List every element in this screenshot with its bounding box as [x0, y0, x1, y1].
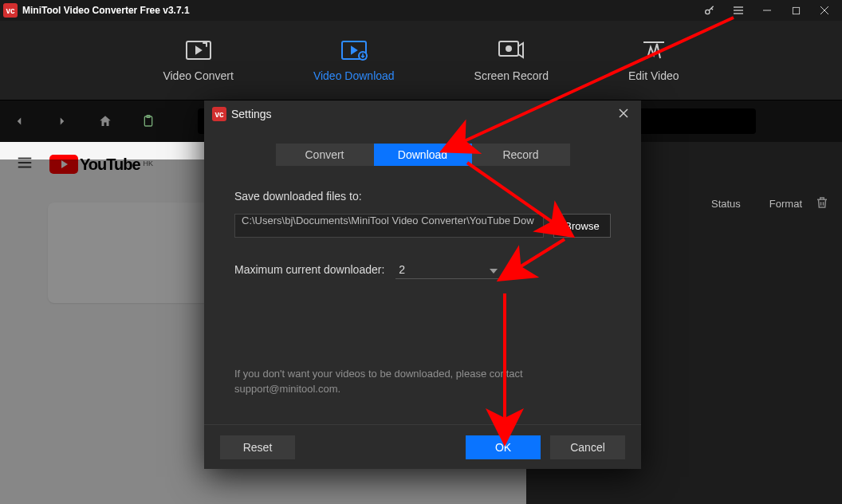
column-format: Format	[769, 198, 802, 210]
browse-button[interactable]: Browse	[553, 214, 611, 238]
column-status: Status	[711, 198, 741, 210]
minimize-button[interactable]	[753, 0, 781, 21]
dialog-close-icon[interactable]	[614, 107, 633, 121]
dialog-footer: Reset OK Cancel	[204, 424, 641, 469]
max-downloader-value: 2	[399, 263, 405, 276]
hamburger-menu-icon[interactable]	[724, 0, 753, 21]
max-downloader-label: Maximum current downloader:	[234, 263, 384, 276]
app-logo-icon: vc	[3, 3, 18, 18]
nav-forward-icon[interactable]	[53, 112, 72, 131]
cancel-button[interactable]: Cancel	[550, 435, 625, 459]
tab-video-convert[interactable]: Video Convert	[163, 39, 233, 82]
svg-rect-5	[793, 7, 799, 14]
support-note: If you don't want your videos to be down…	[234, 367, 611, 397]
reset-button[interactable]: Reset	[220, 435, 295, 459]
tab-edit-video[interactable]: Edit Video	[628, 39, 679, 82]
save-path-input[interactable]: C:\Users\bj\Documents\MiniTool Video Con…	[234, 214, 544, 238]
screen-record-icon	[497, 39, 525, 61]
edit-video-icon	[639, 39, 668, 61]
save-path-label: Save downloaded files to:	[234, 190, 611, 203]
video-download-icon	[340, 39, 368, 61]
dialog-header: vc Settings	[204, 100, 641, 128]
tab-label: Edit Video	[628, 69, 679, 82]
settings-dialog: vc Settings Convert Download Record Save…	[204, 100, 641, 469]
trash-icon[interactable]	[815, 195, 829, 214]
nav-home-icon[interactable]	[96, 112, 115, 131]
nav-back-icon[interactable]	[10, 112, 29, 131]
top-tabs: Video Convert Video Download Screen Reco…	[0, 21, 842, 100]
video-convert-icon	[184, 39, 213, 61]
window-title: MiniTool Video Converter Free v3.7.1	[22, 5, 190, 16]
settings-tab-convert[interactable]: Convert	[276, 144, 374, 166]
title-bar: vc MiniTool Video Converter Free v3.7.1	[0, 0, 842, 21]
ok-button[interactable]: OK	[466, 435, 541, 459]
tab-screen-record[interactable]: Screen Record	[474, 39, 549, 82]
dialog-title: Settings	[231, 108, 272, 120]
tab-label: Video Download	[313, 69, 395, 82]
svg-point-0	[706, 10, 710, 14]
tab-video-download[interactable]: Video Download	[313, 39, 395, 82]
settings-tab-record[interactable]: Record	[472, 144, 570, 166]
tab-label: Screen Record	[474, 69, 549, 82]
maximize-button[interactable]	[781, 0, 810, 21]
nav-clipboard-icon[interactable]	[139, 112, 158, 131]
key-icon[interactable]	[695, 0, 724, 21]
dialog-logo-icon: vc	[212, 107, 226, 121]
svg-point-12	[506, 46, 511, 51]
dialog-body: Save downloaded files to: C:\Users\bj\Do…	[204, 190, 641, 424]
close-button[interactable]	[810, 0, 839, 21]
settings-tab-download[interactable]: Download	[374, 144, 472, 166]
tab-label: Video Convert	[163, 69, 233, 82]
chevron-down-icon	[490, 263, 498, 276]
max-downloader-select[interactable]: 2	[395, 260, 501, 279]
settings-tabs: Convert Download Record	[204, 144, 641, 166]
